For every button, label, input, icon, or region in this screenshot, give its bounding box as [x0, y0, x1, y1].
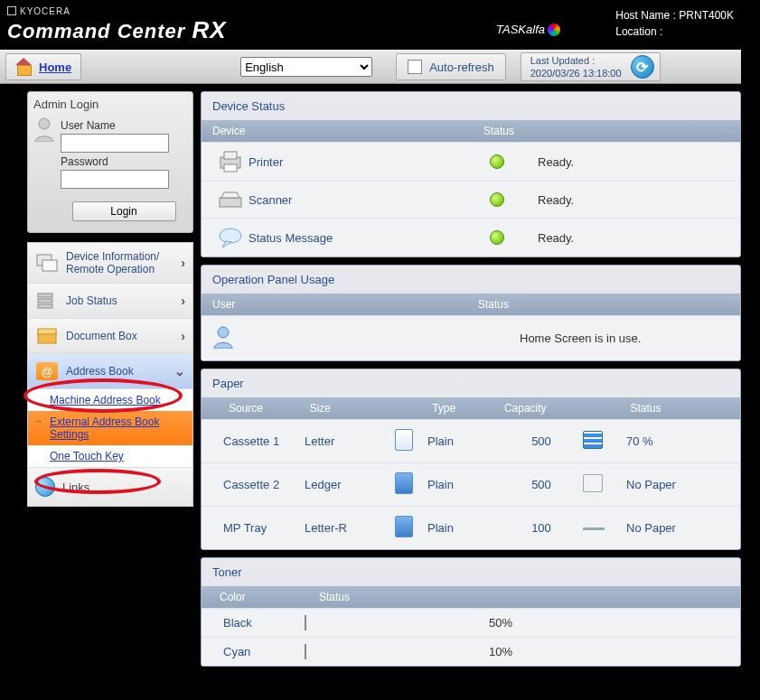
nav-job-status[interactable]: Job Status ›	[28, 284, 192, 319]
location-label: Location :	[615, 25, 662, 38]
col-source: Source	[220, 402, 310, 415]
sub-external-address-book[interactable]: External Address Book Settings	[28, 411, 192, 445]
col-size: Size	[310, 402, 400, 415]
login-button[interactable]: Login	[72, 201, 176, 221]
svg-rect-4	[38, 299, 52, 303]
paper-type: Plain	[427, 521, 500, 535]
svg-rect-7	[38, 329, 56, 334]
job-status-icon	[35, 291, 59, 311]
kyocera-logo: KYOCERA	[7, 6, 227, 16]
device-row-status-message: Status Message Ready.	[202, 218, 740, 257]
nav-menu: Device Information/ Remote Operation › J…	[27, 242, 193, 507]
col-status: Status	[319, 591, 350, 603]
toner-header-row: Color Status	[202, 586, 740, 608]
toner-pct: 50%	[489, 616, 561, 630]
col-capacity: Capacity	[504, 402, 587, 415]
nav-document-box[interactable]: Document Box ›	[28, 319, 192, 354]
app-header: KYOCERA Command Center RX TASKalfa Host …	[0, 0, 741, 50]
status-ok-icon	[490, 230, 504, 245]
nav-links[interactable]: Links	[28, 467, 192, 506]
username-input[interactable]	[61, 134, 169, 153]
nav-device-information[interactable]: Device Information/ Remote Operation ›	[28, 243, 192, 284]
brand: KYOCERA Command Center RX	[7, 6, 227, 44]
chevron-right-icon: ›	[181, 256, 185, 270]
nav-label: Job Status	[66, 294, 117, 307]
sub-machine-address-book[interactable]: Machine Address Book	[28, 389, 192, 411]
svg-point-13	[220, 229, 241, 243]
device-status-header-row: Device Status	[202, 120, 740, 142]
taskalfa-flower-icon	[548, 23, 560, 36]
last-updated-text: Last Updated : 2020/03/26 13:18:00	[530, 54, 622, 80]
paper-panel: Paper Source Size Type Capacity Status C…	[201, 369, 741, 550]
password-input[interactable]	[61, 170, 169, 189]
status-ok-icon	[490, 192, 504, 207]
operation-panel-panel: Operation Panel Usage User Status Home S…	[201, 265, 741, 361]
kyocera-symbol-icon	[7, 6, 16, 15]
col-user: User	[212, 298, 478, 311]
title-rx: RX	[192, 16, 226, 43]
home-link[interactable]: Home	[39, 61, 71, 74]
op-status-text: Home Screen is in use.	[520, 331, 641, 345]
toner-row: Black 50%	[202, 608, 740, 637]
home-button[interactable]: Home	[5, 53, 81, 80]
device-status-text: Ready.	[538, 231, 574, 245]
toner-bar	[305, 645, 473, 658]
paper-capacity: 500	[500, 478, 583, 491]
sidebar: Admin Login User Name Password Login	[27, 91, 193, 674]
device-name: Status Message	[249, 231, 474, 245]
host-info: Host Name : PRNT400K Location :	[615, 7, 734, 40]
toner-pct: 10%	[489, 645, 561, 658]
device-status-text: Ready.	[538, 155, 574, 169]
svg-rect-2	[42, 260, 57, 271]
tray-empty-icon	[583, 520, 605, 533]
paper-status: No Paper	[626, 478, 726, 491]
nav-address-book[interactable]: @ Address Book ⌄	[28, 354, 192, 389]
svg-marker-14	[222, 241, 231, 247]
col-status: Status	[630, 402, 729, 415]
address-book-submenu: Machine Address Book External Address Bo…	[28, 389, 192, 467]
device-name: Printer	[249, 155, 474, 169]
paper-source: Cassette 2	[214, 478, 305, 491]
paper-type: Plain	[427, 478, 500, 491]
paper-type-icon	[395, 429, 413, 451]
home-icon	[15, 60, 32, 74]
cassette-full-icon	[583, 431, 603, 449]
refresh-button[interactable]: ⟳	[631, 55, 654, 79]
svg-rect-10	[224, 164, 237, 172]
chevron-right-icon: ›	[181, 329, 185, 343]
title-main: Command Center	[7, 20, 192, 42]
paper-size: Ledger	[305, 478, 395, 491]
model-brand: TASKalfa	[496, 23, 560, 36]
autorefresh-label: Auto-refresh	[429, 61, 494, 74]
op-header-row: User Status	[202, 294, 740, 315]
device-name: Scanner	[249, 193, 474, 207]
toner-bar	[305, 616, 473, 630]
globe-icon	[35, 477, 55, 497]
sub-one-touch-key[interactable]: One Touch Key	[28, 445, 192, 467]
nav-label: Device Information/ Remote Operation	[66, 250, 159, 275]
svg-point-15	[218, 327, 229, 338]
device-status-panel: Device Status Device Status Printer Read…	[201, 91, 741, 257]
toner-color: Cyan	[214, 645, 305, 658]
svg-rect-5	[38, 304, 52, 308]
autorefresh-toggle[interactable]: Auto-refresh	[396, 53, 506, 80]
checkbox-icon[interactable]	[408, 60, 422, 74]
paper-source: Cassette 1	[214, 434, 305, 448]
paper-capacity: 100	[500, 521, 583, 535]
message-icon	[212, 226, 249, 249]
toner-row: Cyan 10%	[202, 637, 740, 666]
language-select[interactable]: English	[240, 57, 372, 77]
cassette-empty-icon	[583, 474, 603, 492]
paper-size: Letter-R	[305, 521, 395, 535]
last-updated-box: Last Updated : 2020/03/26 13:18:00 ⟳	[521, 52, 661, 81]
user-icon	[212, 325, 249, 351]
main-content: Device Status Device Status Printer Read…	[201, 91, 741, 674]
toolbar: Home English Auto-refresh Last Updated :…	[0, 50, 741, 84]
panel-title: Operation Panel Usage	[202, 266, 740, 294]
col-type: Type	[432, 402, 504, 415]
scanner-icon	[212, 189, 249, 210]
col-status: Status	[483, 125, 514, 137]
nav-label: Document Box	[66, 330, 137, 342]
paper-status: No Paper	[626, 521, 726, 535]
svg-rect-3	[38, 294, 52, 297]
